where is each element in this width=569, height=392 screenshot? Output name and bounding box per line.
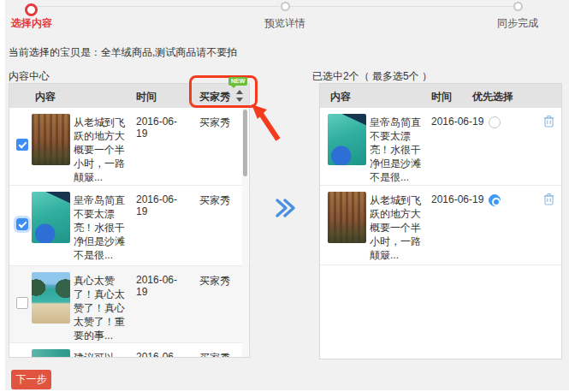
trash-icon — [543, 193, 554, 205]
row-title: 皇帝岛简直不要太漂亮！水很干净但是沙滩不是很... — [74, 193, 128, 262]
photo-thumbnail — [32, 272, 70, 324]
row-date: 2016-06-19 — [136, 193, 186, 217]
content-center-title: 内容中心 — [9, 69, 50, 84]
row-type: 买家秀 — [199, 274, 230, 288]
photo-thumbnail — [32, 192, 70, 243]
column-header-content: 内容 — [35, 90, 56, 104]
new-badge: NEW — [228, 77, 247, 86]
sort-icon[interactable] — [236, 90, 243, 102]
table-row: 皇帝岛简直不要太漂亮！水很干净但是沙滩不是很... 2016-06-19 买家秀 — [9, 185, 249, 265]
row-title: 真心太赞了！真心太赞了！真心太赞了！重要的事... — [74, 274, 128, 342]
row-type: 买家秀 — [199, 193, 230, 208]
delete-button[interactable] — [542, 193, 556, 207]
row-date: 2016-06-19 — [136, 351, 186, 358]
photo-thumbnail — [32, 349, 70, 358]
photo-thumbnail — [328, 114, 366, 165]
current-item-text: 当前选择的宝贝是：全羊绒商品,测试商品请不要拍 — [9, 45, 237, 60]
next-step-button[interactable]: 下一步 — [11, 370, 51, 389]
row-checkbox[interactable] — [16, 218, 28, 230]
column-header-time: 时间 — [431, 90, 452, 104]
column-header-priority: 优先选择 — [472, 90, 513, 104]
content-table-header: 内容 时间 买家秀 — [9, 84, 249, 108]
table-row: 建议可以深... 2016-06-19 买家秀 — [9, 342, 249, 358]
stepper-connector — [290, 6, 513, 7]
trash-icon — [543, 115, 554, 128]
step-circle — [25, 3, 38, 16]
row-title: 皇帝岛简直不要太漂亮！水很干净但是沙滩不是很... — [370, 116, 424, 184]
selected-table-header: 内容 时间 优先选择 — [320, 84, 561, 108]
step-label: 选择内容 — [11, 16, 52, 31]
row-type: 买家秀 — [199, 351, 230, 358]
delete-button[interactable] — [542, 115, 556, 129]
selected-count-title: 已选中2个（ 最多选5个 ） — [312, 69, 432, 84]
step-circle — [281, 2, 290, 11]
table-row: 从老城到飞跃的地方大概要一个半小时，一路颠簸... 2016-06-19 — [320, 185, 561, 264]
row-title: 从老城到飞跃的地方大概要一个半小时，一路颠簸... — [370, 193, 424, 262]
row-title: 从老城到飞跃的地方大概要一个半小时，一路颠簸... — [74, 116, 128, 184]
sync-wizard-page: 选择内容 预览详情 同步完成 当前选择的宝贝是：全羊绒商品,测试商品请不要拍 内… — [0, 0, 569, 392]
column-header-time: 时间 — [136, 90, 157, 104]
step-label: 同步完成 — [477, 16, 559, 31]
row-date: 2016-06-19 — [136, 116, 186, 140]
stepper-connector — [38, 6, 280, 7]
empty-table-space — [320, 264, 561, 359]
column-header-buyer-show[interactable]: 买家秀 — [199, 90, 230, 104]
step-circle — [513, 2, 523, 11]
row-checkbox[interactable] — [16, 297, 28, 309]
selected-table: 内容 时间 优先选择 皇帝岛简直不要太漂亮！水很干净但是沙滩不是很... 201… — [319, 83, 562, 359]
priority-radio[interactable] — [489, 116, 501, 128]
row-checkbox[interactable] — [16, 139, 28, 151]
photo-thumbnail — [32, 114, 70, 165]
row-title: 建议可以深... — [74, 351, 128, 358]
table-row: 皇帝岛简直不要太漂亮！水很干净但是沙滩不是很... 2016-06-19 — [320, 108, 561, 185]
photo-thumbnail — [328, 192, 366, 243]
scrollbar-thumb[interactable] — [243, 110, 247, 176]
priority-radio[interactable] — [489, 194, 501, 206]
step-label: 预览详情 — [244, 16, 326, 31]
double-chevron-right-icon[interactable] — [275, 196, 295, 220]
table-row: 真心太赞了！真心太赞了！真心太赞了！重要的事... 2016-06-19 买家秀 — [9, 265, 249, 342]
row-type: 买家秀 — [199, 116, 230, 130]
content-table: 内容 时间 买家秀 从老城到飞跃的地方大概要一个半小时，一路颠簸... 2016… — [9, 83, 250, 358]
row-date: 2016-06-19 — [136, 274, 186, 298]
table-row: 从老城到飞跃的地方大概要一个半小时，一路颠簸... 2016-06-19 买家秀 — [9, 108, 249, 185]
column-header-content: 内容 — [330, 90, 351, 104]
